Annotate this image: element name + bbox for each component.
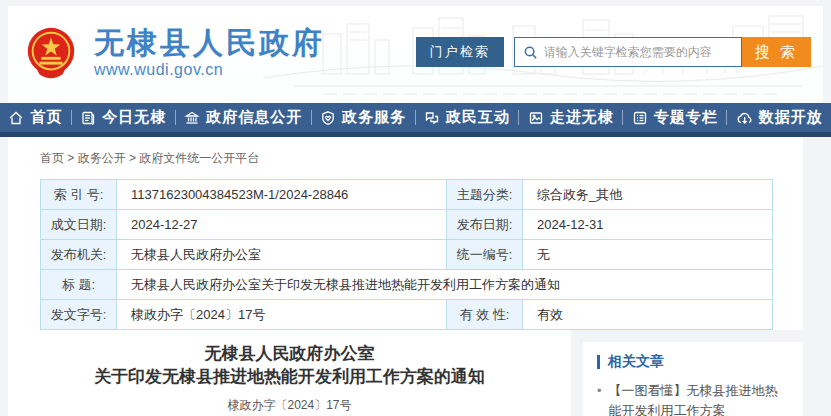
related-articles-header: 相关文章 (597, 353, 789, 371)
nav-label: 首页 (30, 108, 62, 127)
field-value-topic-category: 综合政务_其他 (523, 180, 773, 210)
site-header: 无棣县人民政府 www.wudi.gov.cn 门户检索 搜 索 (8, 6, 823, 103)
field-label-unified-number: 统一编号: (447, 240, 523, 270)
search-icon (523, 45, 538, 60)
related-article-label: 【一图看懂】无棣县推进地热能开发利用工作方案 (609, 381, 789, 416)
field-value-issuing-agency: 无棣县人民政府办公室 (117, 240, 447, 270)
field-label-index-number: 索 引 号: (41, 180, 117, 210)
nav-label: 政府信息公开 (206, 108, 302, 127)
nav-item-info-disclosure[interactable]: 政府信息公开 (184, 108, 302, 127)
document-number: 棣政办字〔2024〕17号 (8, 397, 571, 414)
nav-label: 政务服务 (342, 108, 406, 127)
list-topics-icon (632, 110, 648, 126)
bullet-icon: • (597, 381, 602, 416)
nav-label: 今日无棣 (102, 108, 166, 127)
nav-divider (726, 110, 727, 125)
site-title: 无棣县人民政府 (94, 27, 325, 59)
national-emblem-logo (22, 24, 80, 82)
field-value-document-number: 棣政办字〔2024〕17号 (117, 300, 447, 330)
field-value-written-date: 2024-12-27 (117, 210, 447, 240)
field-value-publish-date: 2024-12-31 (523, 210, 773, 240)
nav-divider (518, 110, 519, 125)
field-value-unified-number: 无 (523, 240, 773, 270)
nav-divider (311, 110, 312, 125)
field-value-validity: 有效 (523, 300, 773, 330)
accent-bar (597, 355, 600, 369)
field-label-issuing-agency: 发布机关: (41, 240, 117, 270)
field-label-document-number: 发文字号: (41, 300, 117, 330)
nav-label: 走进无棣 (550, 108, 614, 127)
sidebar-column: 相关文章 • 【一图看懂】无棣县推进地热能开发利用工作方案 (571, 330, 803, 416)
scenery-image-icon (528, 110, 544, 126)
nav-item-about[interactable]: 走进无棣 (528, 108, 614, 127)
document-title-line1: 无棣县人民政府办公室 (8, 343, 571, 366)
document-title: 无棣县人民政府办公室 关于印发无棣县推进地热能开发利用工作方案的通知 (8, 343, 571, 389)
document-title-line2: 关于印发无棣县推进地热能开发利用工作方案的通知 (8, 366, 571, 389)
field-label-publish-date: 发布日期: (447, 210, 523, 240)
cloud-download-icon (736, 110, 753, 126)
nav-item-open-data[interactable]: 数据开放 (736, 108, 823, 127)
field-label-validity: 有 效 性: (447, 300, 523, 330)
field-value-index-number: 11371623004384523M-1/2024-28846 (117, 180, 447, 210)
field-label-topic-category: 主题分类: (447, 180, 523, 210)
nav-item-today[interactable]: 今日无棣 (80, 108, 166, 127)
table-row: 标 题: 无棣县人民政府办公室关于印发无棣县推进地热能开发利用工作方案的通知 (41, 270, 773, 300)
nav-label: 政民互动 (446, 108, 510, 127)
search-box[interactable] (514, 37, 742, 67)
related-articles-title: 相关文章 (608, 353, 664, 371)
nav-divider (175, 110, 176, 125)
field-label-title: 标 题: (41, 270, 117, 300)
nav-divider (415, 110, 416, 125)
home-icon (8, 110, 24, 126)
nav-label: 专题专栏 (654, 108, 718, 127)
chat-interaction-icon (424, 110, 440, 126)
search-area: 门户检索 搜 索 (416, 37, 811, 67)
site-brand[interactable]: 无棣县人民政府 www.wudi.gov.cn (22, 24, 325, 82)
news-icon (80, 110, 96, 126)
nav-divider (622, 110, 623, 125)
nav-label: 数据开放 (759, 108, 823, 127)
search-submit-button[interactable]: 搜 索 (742, 37, 811, 67)
search-input[interactable] (544, 45, 735, 59)
nav-item-services[interactable]: 政务服务 (320, 108, 406, 127)
main-navigation: 首页 今日无棣 政府信息公开 政务服务 政民互动 走进无棣 专题专栏 数据开放 (0, 103, 831, 137)
table-row: 成文日期: 2024-12-27 发布日期: 2024-12-31 (41, 210, 773, 240)
table-row: 发文字号: 棣政办字〔2024〕17号 有 效 性: 有效 (41, 300, 773, 330)
content-container: 首页 > 政务公开 > 政府文件统一公开平台 索 引 号: 1137162300… (8, 137, 803, 408)
portal-search-button[interactable]: 门户检索 (416, 37, 504, 67)
related-articles-card: 相关文章 • 【一图看懂】无棣县推进地热能开发利用工作方案 (583, 342, 803, 416)
article-area: 无棣县人民政府办公室 关于印发无棣县推进地热能开发利用工作方案的通知 棣政办字〔… (8, 330, 571, 416)
breadcrumb[interactable]: 首页 > 政务公开 > 政府文件统一公开平台 (8, 137, 803, 177)
nav-item-interaction[interactable]: 政民互动 (424, 108, 510, 127)
nav-item-home[interactable]: 首页 (8, 108, 62, 127)
lower-section: 无棣县人民政府办公室 关于印发无棣县推进地热能开发利用工作方案的通知 棣政办字〔… (8, 330, 803, 416)
government-building-icon (184, 110, 200, 126)
table-row: 发布机关: 无棣县人民政府办公室 统一编号: 无 (41, 240, 773, 270)
document-metadata-table: 索 引 号: 11371623004384523M-1/2024-28846 主… (40, 179, 773, 330)
table-row: 索 引 号: 11371623004384523M-1/2024-28846 主… (41, 180, 773, 210)
site-url: www.wudi.gov.cn (94, 61, 325, 79)
shield-service-icon (320, 110, 336, 126)
field-label-written-date: 成文日期: (41, 210, 117, 240)
nav-divider (71, 110, 72, 125)
related-article-link[interactable]: • 【一图看懂】无棣县推进地热能开发利用工作方案 (597, 381, 789, 416)
field-value-title: 无棣县人民政府办公室关于印发无棣县推进地热能开发利用工作方案的通知 (117, 270, 773, 300)
nav-item-topics[interactable]: 专题专栏 (632, 108, 718, 127)
